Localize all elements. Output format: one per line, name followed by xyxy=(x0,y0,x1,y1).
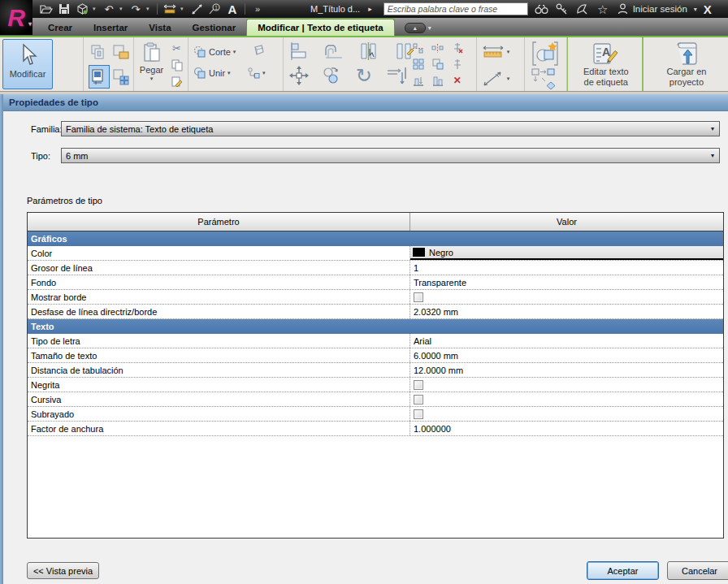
param-row[interactable]: FondoTransparente xyxy=(28,275,723,290)
aligned-dimension-icon[interactable] xyxy=(189,2,204,16)
select-levels-icon[interactable] xyxy=(89,41,110,64)
family-caret-icon[interactable]: ▾ xyxy=(711,125,714,132)
undo-caret-icon[interactable]: ▾ xyxy=(119,6,125,12)
select-pinned-icon[interactable] xyxy=(89,65,110,89)
favorites-star-icon[interactable]: ☆ xyxy=(596,2,610,16)
param-row[interactable]: Tamaño de texto6.0000 mm xyxy=(28,348,723,363)
edit-label-text-button[interactable]: A Editar texto de etiqueta xyxy=(578,39,635,87)
align-bottom-icon[interactable] xyxy=(412,74,425,87)
search-input[interactable]: Escriba palabra clave o frase xyxy=(384,2,528,15)
param-row[interactable]: Desfase de línea directriz/borde2.0320 m… xyxy=(28,305,723,319)
measure-caret-icon[interactable]: ▾ xyxy=(180,6,186,12)
attach-caret-icon[interactable]: ▾ xyxy=(262,70,266,76)
document-title-caret-icon[interactable]: ▸ xyxy=(368,5,372,13)
tab-vista[interactable]: Vista xyxy=(138,19,181,36)
param-value[interactable] xyxy=(410,392,723,406)
ribbon-collapse-button[interactable]: ▴ xyxy=(405,23,426,33)
subscription-key-icon[interactable] xyxy=(555,2,570,16)
communication-center-icon[interactable] xyxy=(575,2,590,16)
cut-scissors-icon[interactable]: ✂ xyxy=(171,41,184,54)
split-element-icon[interactable] xyxy=(360,42,379,60)
paste-button[interactable]: Pegar ▾ xyxy=(136,39,168,82)
param-row[interactable]: Distancia de tabulación12.0000 mm xyxy=(28,363,723,378)
user-icon[interactable] xyxy=(616,2,630,16)
cut-geometry-button[interactable]: Corte ▾ xyxy=(193,45,236,58)
param-checkbox[interactable] xyxy=(414,292,423,302)
ok-button[interactable]: Aceptar xyxy=(587,561,659,580)
measure-icon[interactable] xyxy=(162,2,177,16)
type-caret-icon[interactable]: ▾ xyxy=(711,152,714,159)
measure-linear-caret-icon[interactable]: ▾ xyxy=(507,49,510,55)
join-caret-icon[interactable]: ▾ xyxy=(228,70,231,76)
tab-gestionar[interactable]: Gestionar xyxy=(182,19,247,36)
param-value[interactable]: 12.0000 mm xyxy=(410,363,723,377)
mirror-axis-icon[interactable] xyxy=(412,41,425,54)
offset-icon[interactable] xyxy=(324,42,344,60)
application-menu-button[interactable]: R ▾ xyxy=(0,0,32,35)
toolbar-expand-icon[interactable]: » xyxy=(250,2,265,16)
similar-element-button[interactable] xyxy=(531,68,557,89)
redo-icon[interactable]: ↷ xyxy=(128,2,143,16)
select-links-icon[interactable] xyxy=(110,41,132,64)
param-checkbox[interactable] xyxy=(414,380,423,390)
tab-insertar[interactable]: Insertar xyxy=(83,19,138,36)
align-top-icon[interactable] xyxy=(431,74,444,87)
param-row[interactable]: Tipo de letraArial xyxy=(28,334,723,348)
param-value[interactable]: 2.0320 mm xyxy=(410,305,723,318)
param-value[interactable]: 6.0000 mm xyxy=(410,348,723,362)
param-checkbox[interactable] xyxy=(414,409,423,419)
param-value[interactable]: Transparente xyxy=(410,275,723,289)
array-icon[interactable] xyxy=(412,58,425,71)
view-cube-icon[interactable] xyxy=(75,2,89,16)
param-row[interactable]: Factor de anchura1.000000 xyxy=(28,422,723,436)
param-value[interactable]: Arial xyxy=(410,334,723,348)
param-value[interactable] xyxy=(410,407,723,421)
copy-tool-icon[interactable] xyxy=(321,66,342,85)
paste-caret-icon[interactable]: ▾ xyxy=(150,76,154,82)
save-icon[interactable] xyxy=(57,2,72,16)
cancel-button[interactable]: Cancelar xyxy=(667,561,728,580)
param-value[interactable]: 1 xyxy=(410,261,723,275)
param-checkbox[interactable] xyxy=(414,395,423,404)
trim-extend-icon[interactable] xyxy=(386,66,409,85)
tag-icon[interactable]: 1 xyxy=(207,2,222,16)
create-group-button[interactable] xyxy=(531,41,559,67)
ribbon-collapse-caret-icon[interactable]: ▾ xyxy=(428,24,431,32)
param-value[interactable]: 1.000000 xyxy=(410,422,723,435)
param-row[interactable]: Grosor de línea1 xyxy=(28,261,723,275)
open-icon[interactable] xyxy=(39,2,54,16)
param-row[interactable]: Mostrar borde xyxy=(28,290,723,305)
param-value[interactable] xyxy=(410,290,723,304)
pin-icon[interactable] xyxy=(451,58,464,71)
measure-angular-button[interactable]: ▾ xyxy=(482,70,510,88)
text-icon[interactable]: A xyxy=(225,2,240,16)
param-row[interactable]: ColorNegro xyxy=(28,246,723,261)
column-header-parametro[interactable]: Parámetro xyxy=(28,213,410,231)
modify-button[interactable]: Modificar xyxy=(2,39,53,89)
view-cube-caret-icon[interactable]: ▾ xyxy=(93,6,98,12)
tab-crear[interactable]: Crear xyxy=(37,19,83,36)
match-properties-icon[interactable] xyxy=(171,76,184,89)
load-into-project-button[interactable]: Cargar en proyecto xyxy=(660,39,713,87)
show-hidden-button[interactable] xyxy=(252,44,265,57)
mirror-draw-icon[interactable] xyxy=(431,41,444,54)
param-value[interactable]: Negro xyxy=(410,246,723,260)
move-icon[interactable] xyxy=(288,65,310,86)
cut-caret-icon[interactable]: ▾ xyxy=(233,49,236,55)
select-elements-icon[interactable] xyxy=(110,65,132,89)
param-value[interactable] xyxy=(410,378,723,391)
param-row[interactable]: Subrayado xyxy=(28,407,723,422)
preview-button[interactable]: << Vista previa xyxy=(27,562,99,579)
family-combobox[interactable]: Familia de sistema: Texto de etiqueta ▾ xyxy=(61,121,720,136)
join-geometry-button[interactable]: Unir ▾ xyxy=(193,67,231,80)
exchange-apps-icon[interactable]: X xyxy=(704,2,712,16)
search-binoculars-icon[interactable] xyxy=(535,2,549,16)
rotate-icon[interactable]: ↻ xyxy=(353,65,375,86)
sign-in-link[interactable]: Iniciar sesión xyxy=(633,4,687,14)
measure-linear-button[interactable]: ▾ xyxy=(482,44,510,60)
unpin-icon[interactable] xyxy=(451,41,464,54)
copy-icon[interactable] xyxy=(171,58,184,71)
delete-icon[interactable]: ✕ xyxy=(451,74,464,87)
redo-caret-icon[interactable]: ▾ xyxy=(146,6,152,12)
attach-button[interactable]: ▾ xyxy=(247,67,266,80)
